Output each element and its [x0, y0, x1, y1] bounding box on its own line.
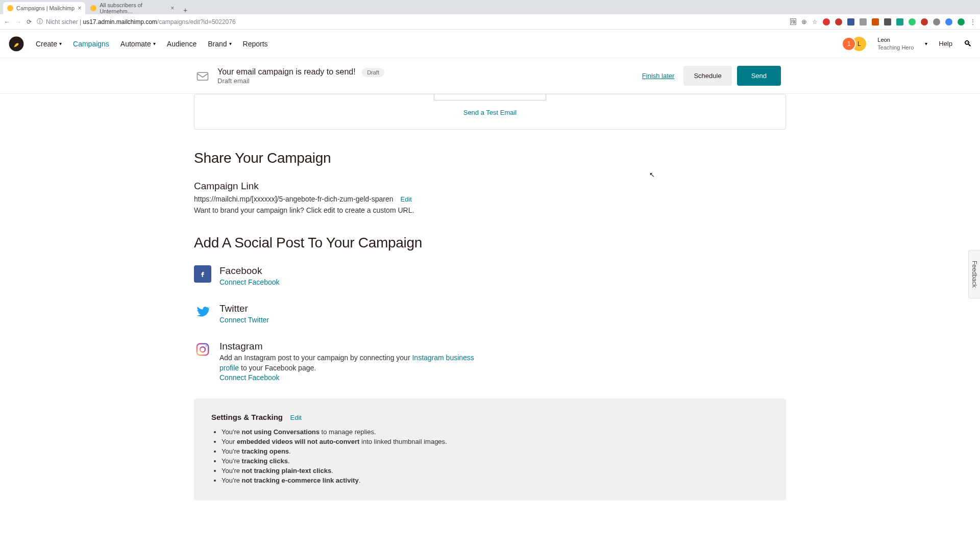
instagram-icon: [194, 341, 211, 358]
nav-label: Automate: [120, 40, 151, 48]
user-menu[interactable]: Leon Teaching Hero: [877, 36, 914, 51]
edit-settings-link[interactable]: Edit: [290, 414, 302, 421]
nav-create[interactable]: Create▾: [36, 40, 62, 48]
connect-twitter-link[interactable]: Connect Twitter: [219, 316, 269, 324]
ext-icon[interactable]: [823, 18, 830, 26]
desc-text: Add an Instagram post to your campaign b…: [219, 354, 412, 362]
nav-campaigns[interactable]: Campaigns: [73, 40, 109, 48]
settings-heading: Settings & Tracking: [211, 413, 283, 421]
ext-icon[interactable]: [958, 18, 965, 26]
tab-title: All subscribers of Unternehm…: [100, 2, 167, 14]
avatar: 1: [842, 37, 856, 51]
ext-icon[interactable]: [896, 18, 903, 26]
security-label: Nicht sicher |: [46, 18, 83, 26]
instagram-description: Add an Instagram post to your campaign b…: [219, 353, 485, 373]
chevron-down-icon[interactable]: ▾: [925, 41, 927, 46]
send-button[interactable]: Send: [737, 66, 781, 86]
tab-title: Campaigns | Mailchimp: [16, 5, 75, 11]
ext-icon[interactable]: [835, 18, 842, 26]
settings-item: You're tracking clicks.: [222, 457, 769, 465]
search-icon[interactable]: 🔍︎: [964, 39, 972, 48]
browser-tab[interactable]: All subscribers of Unternehm… ×: [86, 2, 178, 14]
desc-text: to your Facebook page.: [239, 364, 316, 372]
chevron-down-icon: ▾: [153, 41, 156, 46]
browser-tab-strip: Campaigns | Mailchimp × All subscribers …: [0, 0, 980, 14]
edit-url-link[interactable]: Edit: [400, 195, 411, 203]
campaign-ready-title: Your email campaign is ready to send!: [217, 67, 356, 76]
ext-icon[interactable]: [945, 18, 952, 26]
reload-icon[interactable]: ⟳: [27, 18, 32, 26]
new-tab-button[interactable]: +: [179, 6, 191, 14]
settings-item: You're not tracking e-commerce link acti…: [222, 477, 769, 484]
preview-placeholder: [434, 94, 546, 101]
preview-panel: Send a Test Email: [194, 94, 786, 130]
social-name: Facebook: [219, 265, 280, 277]
settings-item: You're not tracking plain-text clicks.: [222, 467, 769, 474]
main-content: Send a Test Email Share Your Campaign Ca…: [0, 94, 980, 521]
user-org: Teaching Hero: [877, 44, 914, 51]
site-info-icon[interactable]: ⓘ: [37, 17, 43, 26]
mailchimp-logo-icon[interactable]: [8, 36, 24, 52]
social-name: Twitter: [219, 303, 269, 314]
envelope-icon: [194, 67, 211, 85]
help-link[interactable]: Help: [939, 40, 952, 47]
star-icon[interactable]: ☆: [812, 18, 818, 26]
feedback-tab[interactable]: Feedback: [968, 250, 980, 298]
social-post-heading: Add A Social Post To Your Campaign: [194, 235, 786, 251]
url-host: us17.admin.mailchimp.com: [83, 18, 157, 26]
nav-brand[interactable]: Brand▾: [208, 40, 231, 48]
ext-icon[interactable]: [921, 18, 928, 26]
avatar-group[interactable]: 1 L: [842, 37, 866, 51]
connect-facebook-link[interactable]: Connect Facebook: [219, 278, 280, 286]
nav-audience[interactable]: Audience: [167, 40, 197, 48]
menu-icon[interactable]: ⋮: [970, 18, 976, 26]
facebook-icon: [194, 265, 211, 283]
campaign-url-helper: Want to brand your campaign link? Click …: [194, 206, 786, 214]
campaign-subtitle: Draft email: [217, 77, 384, 85]
zoom-icon[interactable]: ⊕: [801, 18, 807, 26]
social-name: Instagram: [219, 341, 485, 352]
campaign-link-heading: Campaign Link: [194, 181, 786, 192]
browser-tab-active[interactable]: Campaigns | Mailchimp ×: [3, 2, 85, 14]
ext-icon[interactable]: [860, 18, 867, 26]
settings-item: You're tracking opens.: [222, 447, 769, 455]
forward-icon[interactable]: →: [15, 18, 21, 26]
app-header: Create▾ Campaigns Automate▾ Audience Bra…: [0, 30, 980, 58]
social-row-twitter: Twitter Connect Twitter: [194, 303, 786, 324]
nav-label: Campaigns: [73, 40, 109, 48]
chevron-down-icon: ▾: [229, 41, 232, 46]
connect-facebook-link[interactable]: Connect Facebook: [219, 373, 280, 382]
ext-icon[interactable]: [909, 18, 916, 26]
nav-reports[interactable]: Reports: [243, 40, 268, 48]
svg-point-4: [206, 345, 207, 347]
back-icon[interactable]: ←: [4, 18, 10, 26]
ext-icon[interactable]: [847, 18, 854, 26]
translate-icon[interactable]: 🈯︎: [790, 18, 796, 26]
chevron-down-icon: ▾: [59, 41, 62, 46]
social-row-instagram: Instagram Add an Instagram post to your …: [194, 341, 786, 382]
campaign-status-bar: Your email campaign is ready to send! Dr…: [0, 58, 980, 94]
ext-icon[interactable]: [872, 18, 879, 26]
user-name: Leon: [877, 36, 914, 43]
settings-list: You're not using Conversations to manage…: [211, 428, 769, 484]
cursor-icon: ↖: [649, 171, 655, 179]
nav-label: Audience: [167, 40, 197, 48]
extension-icons: 🈯︎ ⊕ ☆ ⋮: [790, 18, 976, 26]
settings-item: You're not using Conversations to manage…: [222, 428, 769, 436]
social-row-facebook: Facebook Connect Facebook: [194, 265, 786, 287]
nav-label: Create: [36, 40, 57, 48]
ext-icon[interactable]: [933, 18, 940, 26]
twitter-icon: [194, 303, 211, 320]
send-test-email-link[interactable]: Send a Test Email: [463, 109, 517, 116]
ext-icon[interactable]: [884, 18, 891, 26]
close-icon[interactable]: ×: [78, 5, 81, 12]
close-icon[interactable]: ×: [170, 5, 174, 12]
finish-later-link[interactable]: Finish later: [642, 72, 675, 80]
url-path: /campaigns/edit?id=5022076: [157, 18, 236, 26]
nav-label: Reports: [243, 40, 268, 48]
favicon-icon: [90, 5, 96, 11]
address-bar[interactable]: ⓘ Nicht sicher | us17.admin.mailchimp.co…: [37, 17, 785, 26]
schedule-button[interactable]: Schedule: [683, 66, 731, 86]
svg-rect-2: [197, 344, 209, 356]
nav-automate[interactable]: Automate▾: [120, 40, 156, 48]
